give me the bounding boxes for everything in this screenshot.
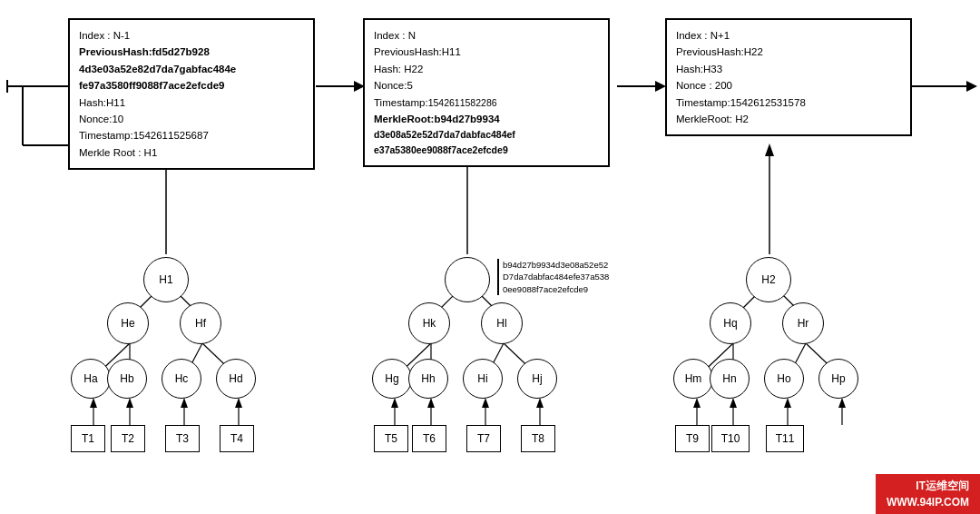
svg-marker-7	[966, 81, 977, 92]
tree3-t11: T11	[766, 425, 804, 452]
svg-marker-53	[730, 398, 737, 408]
block3-timestamp: Timestamp:1542612531578	[676, 94, 901, 111]
block2-merkle-val2: e37a5380ee9088f7ace2efcde9	[374, 143, 599, 158]
watermark: IT运维空间 WWW.94IP.COM	[876, 474, 980, 514]
svg-marker-51	[693, 398, 701, 408]
tree3-hn: Hn	[710, 359, 750, 399]
block2-merkle-label: MerkleRoot:b94d27b9934	[374, 111, 599, 127]
tree1-hd: Hd	[216, 359, 256, 399]
block2-timestamp: Timestamp:1542611582286	[374, 94, 599, 111]
block1-index: Index : N-1	[79, 27, 304, 44]
svg-marker-39	[427, 398, 435, 408]
tree3-hp: Hp	[818, 359, 858, 399]
tree1-ha: Ha	[71, 359, 111, 399]
tree3-hq: Hq	[710, 302, 751, 344]
block3-hash: Hash:H33	[676, 61, 901, 77]
svg-marker-37	[391, 398, 398, 408]
block1-prevhash: PreviousHash:fd5d27b928	[79, 44, 304, 60]
svg-marker-29	[235, 398, 242, 408]
block2-nonce: Nonce:5	[374, 77, 599, 94]
block-n-plus-1: Index : N+1 PreviousHash:H22 Hash:H33 No…	[665, 18, 912, 136]
tree3-t9: T9	[675, 425, 710, 452]
svg-marker-55	[784, 398, 791, 408]
tree2-hl: Hl	[481, 302, 523, 344]
block1-nonce: Nonce:10	[79, 111, 304, 127]
block1-merkle: Merkle Root : H1	[79, 144, 304, 161]
tree2-hi: Hi	[463, 359, 503, 399]
tree1-t4: T4	[220, 425, 254, 452]
tree2-t6: T6	[412, 425, 446, 452]
tree1-hb: Hb	[107, 359, 147, 399]
block1-timestamp: Timestamp:1542611525687	[79, 127, 304, 143]
tree3-t10: T10	[711, 425, 750, 452]
tree1-t3: T3	[165, 425, 200, 452]
tree2-root	[445, 257, 490, 302]
tree2-annotation: b94d27b9934d3e08a52e52D7da7dabfac484efe3…	[497, 259, 609, 295]
svg-marker-43	[536, 398, 544, 408]
tree2-hh: Hh	[408, 359, 448, 399]
tree2-t5: T5	[374, 425, 408, 452]
tree3-hr: Hr	[782, 302, 824, 344]
tree2-t7: T7	[466, 425, 501, 452]
block1-prevhash-val2: fe97a3580ff9088f7ace2efcde9	[79, 77, 304, 94]
tree3-hm: Hm	[673, 359, 713, 399]
svg-marker-25	[126, 398, 133, 408]
tree1-root: H1	[143, 257, 189, 302]
tree2-hk: Hk	[408, 302, 450, 344]
svg-marker-41	[482, 398, 489, 408]
svg-marker-27	[181, 398, 188, 408]
tree1-t1: T1	[71, 425, 105, 452]
tree1-hf: Hf	[180, 302, 221, 344]
svg-marker-15	[765, 143, 774, 156]
watermark-line2: WWW.94IP.COM	[887, 494, 969, 510]
tree2-hj: Hj	[517, 359, 557, 399]
svg-marker-23	[90, 398, 97, 408]
watermark-line1: IT运维空间	[887, 478, 969, 494]
block2-merkle-val: d3e08a52e52d7da7dabfac484ef	[374, 127, 599, 143]
tree2-hg: Hg	[372, 359, 412, 399]
tree1-he: He	[107, 302, 149, 344]
block-n: Index : N PreviousHash:H11 Hash: H22 Non…	[363, 18, 610, 167]
block3-index: Index : N+1	[676, 27, 901, 44]
block3-nonce: Nonce : 200	[676, 77, 901, 94]
tree1-t2: T2	[111, 425, 145, 452]
svg-marker-57	[838, 398, 846, 408]
tree1-hc: Hc	[162, 359, 201, 399]
block1-hash: Hash:H11	[79, 94, 304, 111]
block2-index: Index : N	[374, 27, 599, 44]
tree3-root: H2	[746, 257, 791, 302]
block3-merkle: MerkleRoot: H2	[676, 111, 901, 127]
tree3-ho: Ho	[764, 359, 804, 399]
block2-prevhash: PreviousHash:H11	[374, 44, 599, 60]
block-n-minus-1: Index : N-1 PreviousHash:fd5d27b928 4d3e…	[68, 18, 315, 170]
tree2-t8: T8	[521, 425, 555, 452]
main-container: Index : N-1 PreviousHash:fd5d27b928 4d3e…	[0, 0, 980, 514]
block2-hash: Hash: H22	[374, 61, 599, 77]
block1-prevhash-val: 4d3e03a52e82d7da7gabfac484e	[79, 61, 304, 77]
block3-prevhash: PreviousHash:H22	[676, 44, 901, 60]
